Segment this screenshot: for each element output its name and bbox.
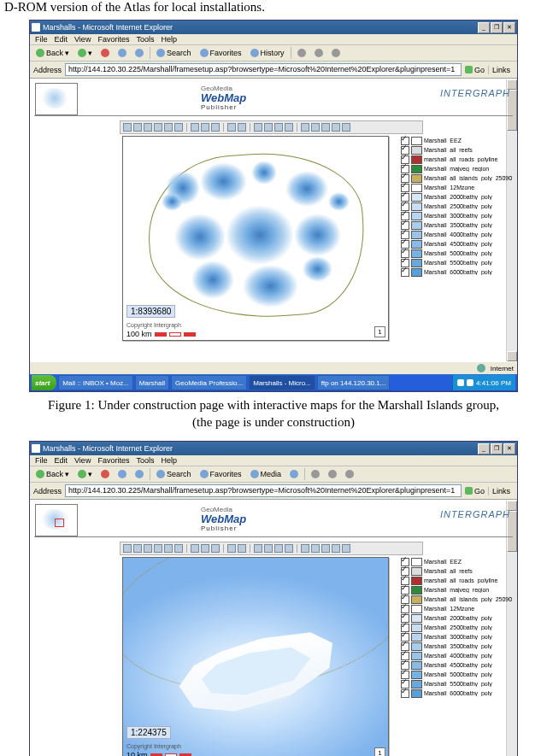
search-button[interactable]: Search <box>154 48 194 58</box>
taskbar-item-active[interactable]: Marshalls - Micro... <box>249 375 315 390</box>
taskbar-item[interactable]: Mail :: INBOX • Moz... <box>58 375 132 390</box>
menu-view[interactable]: View <box>74 456 91 465</box>
mail-button[interactable] <box>295 48 309 58</box>
forward-button[interactable]: ▾ <box>75 469 95 479</box>
menu-favorites[interactable]: Favorites <box>97 456 129 465</box>
zoom-out-icon[interactable] <box>133 544 142 553</box>
mt1-icon[interactable] <box>254 544 262 553</box>
home-button[interactable] <box>132 469 146 479</box>
taskbar-item[interactable]: ftp on 144.120.30.1... <box>317 375 391 390</box>
mt5-icon[interactable] <box>301 123 309 132</box>
edit-button[interactable] <box>343 469 356 479</box>
edit-button[interactable] <box>329 48 343 58</box>
mt3-icon[interactable] <box>274 544 283 553</box>
prev-view-icon[interactable] <box>164 123 173 132</box>
minimize-button[interactable]: _ <box>478 443 490 454</box>
links-button[interactable]: Links <box>488 487 514 495</box>
forward-button[interactable]: ▾ <box>75 48 95 58</box>
refresh-map-icon[interactable] <box>227 123 236 132</box>
mt2-icon[interactable] <box>264 123 273 132</box>
menu-help[interactable]: Help <box>161 35 177 44</box>
pan-icon[interactable] <box>144 123 152 132</box>
prev-view-icon[interactable] <box>164 544 173 553</box>
map-canvas[interactable]: 1:224375 Copyright Intergraph 10 km 1 <box>122 557 389 756</box>
mt6-icon[interactable] <box>311 123 320 132</box>
media-button[interactable]: Media <box>248 469 285 479</box>
measure-icon[interactable] <box>211 123 220 132</box>
favorites-button[interactable]: Favorites <box>197 48 244 58</box>
next-view-icon[interactable] <box>174 544 183 553</box>
close-button[interactable]: ✕ <box>503 22 515 33</box>
home-button[interactable] <box>132 48 146 58</box>
mt6-icon[interactable] <box>311 544 320 553</box>
overview-thumbnail[interactable] <box>35 83 78 115</box>
stop-button[interactable] <box>98 48 112 58</box>
minimize-button[interactable]: _ <box>478 22 490 33</box>
history-button[interactable] <box>287 469 301 479</box>
search-button[interactable]: Search <box>154 469 194 479</box>
mt8-icon[interactable] <box>332 123 340 132</box>
mt7-icon[interactable] <box>321 544 330 553</box>
menu-tools[interactable]: Tools <box>136 35 154 44</box>
print-map-icon[interactable] <box>238 544 246 553</box>
menu-file[interactable]: File <box>35 456 48 465</box>
refresh-map-icon[interactable] <box>227 544 236 553</box>
zoom-in-icon[interactable] <box>123 123 132 132</box>
mt1-icon[interactable] <box>254 123 262 132</box>
system-tray[interactable]: 4:41:06 PM <box>452 375 515 390</box>
mt7-icon[interactable] <box>321 123 330 132</box>
links-button[interactable]: Links <box>488 66 514 74</box>
mt3-icon[interactable] <box>274 123 283 132</box>
layer-visibility-checkbox[interactable] <box>401 689 409 698</box>
mt9-icon[interactable] <box>342 544 350 553</box>
menu-edit[interactable]: Edit <box>55 35 68 44</box>
menu-tools[interactable]: Tools <box>136 456 154 465</box>
refresh-button[interactable] <box>115 48 129 58</box>
start-button[interactable]: start <box>32 375 56 390</box>
history-button[interactable]: History <box>248 48 287 58</box>
menu-favorites[interactable]: Favorites <box>97 35 129 44</box>
next-view-icon[interactable] <box>174 123 183 132</box>
menu-view[interactable]: View <box>74 35 91 44</box>
menu-file[interactable]: File <box>35 35 48 44</box>
address-input[interactable]: http://144.120.30.225/Marshall/framesetu… <box>65 484 462 497</box>
print-map-icon[interactable] <box>238 123 246 132</box>
select-icon[interactable] <box>201 544 209 553</box>
refresh-button[interactable] <box>115 469 129 479</box>
back-button[interactable]: Back ▾ <box>33 469 72 479</box>
mt8-icon[interactable] <box>332 544 340 553</box>
fit-icon[interactable] <box>154 123 162 132</box>
favorites-button[interactable]: Favorites <box>197 469 244 479</box>
close-button[interactable]: ✕ <box>503 443 515 454</box>
taskbar-item[interactable]: GeoMedia Professio... <box>171 375 247 390</box>
back-button[interactable]: Back ▾ <box>33 48 72 58</box>
zoom-out-icon[interactable] <box>133 123 142 132</box>
overview-thumbnail[interactable] <box>35 504 78 536</box>
mt4-icon[interactable] <box>285 544 293 553</box>
info-icon[interactable] <box>191 544 199 553</box>
menu-edit[interactable]: Edit <box>55 456 68 465</box>
mt2-icon[interactable] <box>264 544 273 553</box>
print-button[interactable] <box>312 48 326 58</box>
maximize-button[interactable]: ❐ <box>491 443 503 454</box>
mt4-icon[interactable] <box>285 123 293 132</box>
info-icon[interactable] <box>191 123 199 132</box>
mt5-icon[interactable] <box>301 544 309 553</box>
maximize-button[interactable]: ❐ <box>491 22 503 33</box>
map-canvas[interactable]: 1:8393680 Copyright Intergraph 100 km 1 <box>122 136 389 341</box>
select-icon[interactable] <box>201 123 209 132</box>
menu-help[interactable]: Help <box>161 456 177 465</box>
pan-icon[interactable] <box>144 544 152 553</box>
fit-icon[interactable] <box>154 544 162 553</box>
mt9-icon[interactable] <box>342 123 350 132</box>
print-button[interactable] <box>326 469 339 479</box>
mail-button[interactable] <box>309 469 322 479</box>
measure-icon[interactable] <box>211 544 220 553</box>
layer-visibility-checkbox[interactable] <box>401 268 409 277</box>
go-button[interactable]: Go <box>465 487 485 495</box>
address-input[interactable]: http://144.120.30.225/Marshall/framesetu… <box>65 63 462 76</box>
taskbar-item[interactable]: Marshall <box>135 375 169 390</box>
zoom-in-icon[interactable] <box>123 544 132 553</box>
stop-button[interactable] <box>98 469 112 479</box>
go-button[interactable]: Go <box>465 66 485 74</box>
